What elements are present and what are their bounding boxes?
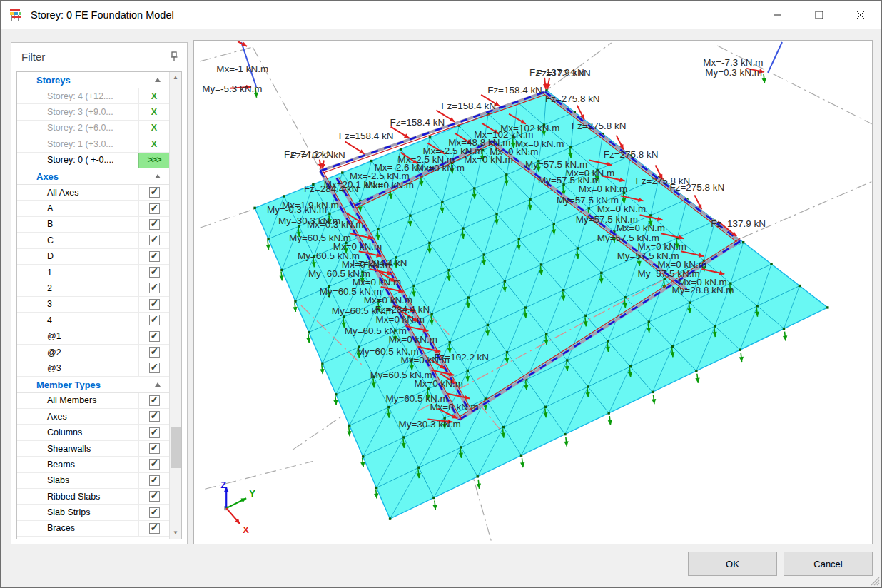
svg-text:Mx=0.3 kN.m: Mx=0.3 kN.m [307,219,364,230]
checkbox-checked[interactable] [149,283,160,293]
checkbox-checked[interactable] [149,299,160,310]
pin-icon[interactable] [170,51,178,61]
list-item[interactable]: Braces [17,521,169,537]
list-item[interactable]: Storey: 1 (+3.0...X [17,136,169,152]
list-item[interactable]: 4 [17,313,169,328]
scroll-down-icon[interactable]: ▼ [170,527,181,539]
scrollbar-thumb[interactable] [171,427,181,468]
list-item[interactable]: C [17,233,169,248]
list-item-label: All Axes [17,188,78,198]
checkbox-checked[interactable] [149,267,160,278]
svg-text:Mx=0 kN.m: Mx=0 kN.m [597,203,646,214]
list-item[interactable]: Shearwalls [17,441,169,457]
hidden-mark[interactable]: X [151,139,157,149]
filter-header: Filter [11,43,187,71]
checkbox-checked[interactable] [149,347,160,358]
checkbox-checked[interactable] [149,363,160,373]
checkbox-checked[interactable] [149,315,160,325]
list-item-label: Axes [17,412,67,422]
svg-text:Mx=102 kN.m: Mx=102 kN.m [500,123,559,133]
hidden-mark[interactable]: X [151,107,157,117]
list-item[interactable]: @3 [17,360,169,376]
checkbox-checked[interactable] [149,331,160,342]
svg-text:Fz=158.4 kN: Fz=158.4 kN [390,117,445,128]
list-item[interactable]: 3 [17,297,169,313]
svg-text:Fz=158.4 kN: Fz=158.4 kN [339,131,394,141]
list-item[interactable]: Storey: 3 (+9.0...X [17,104,169,120]
checkbox-checked[interactable] [149,427,160,438]
list-item-label: @3 [17,363,61,373]
section-header-axes[interactable]: Axes [17,168,169,185]
checkbox-checked[interactable] [149,475,160,486]
list-item[interactable]: @2 [17,345,169,360]
minimize-icon [774,11,782,19]
section-header-storeys[interactable]: Storeys [17,72,169,88]
list-item[interactable]: B [17,217,169,233]
list-item[interactable]: Axes [17,409,169,425]
minimize-button[interactable] [757,1,799,29]
list-item[interactable]: Beams [17,457,169,472]
list-item[interactable]: All Axes [17,185,169,201]
hidden-mark[interactable]: X [151,123,157,133]
checkbox-checked[interactable] [149,507,160,518]
model-canvas[interactable]: My=60.5 kN.mMx=0 kN.mMy=60.5 kN.mMx=0 kN… [194,41,872,544]
list-item-label: Columns [17,427,82,437]
ok-button[interactable]: OK [688,552,777,576]
list-item-label: Storey: 0 ( +-0.... [17,155,113,165]
checkbox-checked[interactable] [149,491,160,502]
list-item[interactable]: 2 [17,280,169,296]
checkbox-checked[interactable] [149,395,160,406]
collapse-icon[interactable] [155,174,161,178]
dialog-window: Storey: 0 FE Foundation Model Filter [0,0,882,588]
section-header-member-types[interactable]: Member Types [17,377,169,393]
list-item[interactable]: D [17,249,169,265]
cancel-button[interactable]: Cancel [784,552,873,576]
list-item[interactable]: Storey: 0 ( +-0....>>> [17,153,169,168]
checkbox-checked[interactable] [149,187,160,198]
checkbox-checked[interactable] [149,235,160,245]
collapse-icon[interactable] [155,382,161,387]
collapse-icon[interactable] [155,78,161,82]
svg-text:Fz=158.4 kN: Fz=158.4 kN [487,85,542,96]
checkbox-checked[interactable] [149,523,160,534]
svg-text:Y: Y [249,488,255,499]
list-item-label: 3 [17,299,52,309]
list-item-label: Slab Strips [17,507,90,517]
checkbox-checked[interactable] [149,251,160,262]
svg-text:Fz=172.9 kN: Fz=172.9 kN [536,68,591,78]
list-item[interactable]: Columns [17,425,169,440]
checkbox-checked[interactable] [149,411,160,422]
close-button[interactable] [840,1,881,29]
maximize-button[interactable] [799,1,840,29]
axis-triad: ZYX [220,480,255,535]
viewport-3d[interactable]: My=60.5 kN.mMx=0 kN.mMy=60.5 kN.mMx=0 kN… [193,40,873,544]
svg-text:Fz=284.4 kN: Fz=284.4 kN [353,258,407,268]
list-item-label: A [17,203,53,213]
list-item[interactable]: Slab Strips [17,505,169,520]
list-item[interactable]: @1 [17,328,169,344]
checkbox-checked[interactable] [149,459,160,470]
list-item-label: B [17,219,53,229]
svg-text:Mx=0 kN.m: Mx=0 kN.m [579,183,627,194]
checkbox-checked[interactable] [149,219,160,230]
svg-text:Mx=0 kN.m: Mx=0 kN.m [389,334,437,345]
list-item[interactable]: Storey: 4 (+12....X [17,88,169,104]
list-item-label: Ribbed Slabs [17,492,100,502]
svg-text:Fz=158.4 kN: Fz=158.4 kN [441,101,496,111]
list-item[interactable]: Ribbed Slabs [17,489,169,505]
active-storey-mark[interactable]: >>> [139,153,169,168]
scrollbar[interactable]: ▲ ▼ [169,72,181,539]
hidden-mark[interactable]: X [151,91,157,101]
list-item[interactable]: Slabs [17,473,169,489]
list-item-label: Slabs [17,475,69,485]
checkbox-checked[interactable] [149,443,160,454]
list-item[interactable]: All Members [17,393,169,409]
svg-text:My=30.3 kN.m: My=30.3 kN.m [399,419,461,430]
resize-grip-icon[interactable] [870,576,880,586]
list-item[interactable]: Storey: 2 (+6.0...X [17,121,169,136]
list-item[interactable]: A [17,201,169,216]
scroll-up-icon[interactable]: ▲ [170,72,181,83]
svg-text:Mx=0 kN.m: Mx=0 kN.m [430,402,478,412]
list-item[interactable]: 1 [17,265,169,280]
checkbox-checked[interactable] [149,203,160,214]
